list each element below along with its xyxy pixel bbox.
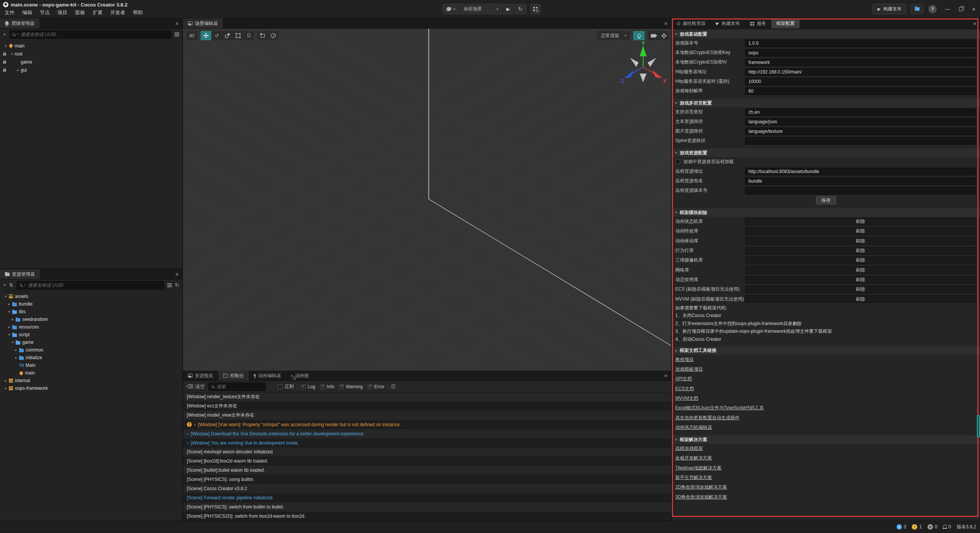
field-input[interactable] (745, 128, 976, 135)
field-input[interactable] (745, 39, 976, 47)
field-input[interactable] (745, 187, 976, 195)
doc-link[interactable]: 新手引导解决方案 (675, 474, 712, 481)
render-mode-select[interactable]: 正常渲染 ▾ (597, 31, 630, 40)
log-row[interactable]: [Scene] [PHYSICS2D]: switch from box2d-w… (183, 512, 671, 521)
axis-gizmo[interactable]: Y X Z (619, 39, 669, 85)
filter-icon[interactable] (167, 283, 172, 284)
menu-item[interactable]: 文件 (1, 8, 18, 17)
field-input[interactable] (745, 49, 976, 57)
doc-link[interactable]: 动画状态机编辑器 (675, 424, 712, 431)
doc-link[interactable]: 战棋游戏框架 (675, 445, 703, 452)
asset-node-bundle[interactable]: ▸bundle (0, 300, 182, 308)
log-row[interactable]: [Scene] meshopt wasm decoder initialized (183, 448, 671, 457)
assets-search-input[interactable] (28, 283, 161, 288)
scrollbar-thumb[interactable] (977, 415, 980, 437)
asset-node-seedrandom[interactable]: ▸seedrandom (0, 316, 182, 323)
restart-button[interactable]: ↻ (514, 4, 526, 14)
hierarchy-search-input[interactable] (21, 32, 168, 37)
refresh-assets-icon[interactable]: ↻ (175, 282, 179, 288)
scale-tool-button[interactable] (222, 31, 233, 40)
section-header-4[interactable]: ▾框架文档工具链接 (672, 347, 980, 355)
tab-build[interactable]: 构建发布 (711, 18, 745, 28)
gizmo-y-cone[interactable] (640, 46, 647, 56)
remove-module-button[interactable]: 剔除 (745, 276, 976, 283)
save-button[interactable]: 保存 (816, 196, 836, 204)
console-search-input[interactable] (216, 384, 276, 389)
sort-assets-icon[interactable]: ⇅ (9, 282, 13, 288)
menu-item[interactable]: 开发者 (106, 8, 129, 17)
chevron-down-icon[interactable]: ▾ (7, 310, 12, 314)
tab-inspector[interactable]: 属性检查器 (672, 18, 711, 28)
doc-link[interactable]: 原生包热更新配置自动生成插件 (675, 415, 740, 421)
gizmo-x-cone[interactable] (652, 70, 662, 78)
remove-module-button[interactable]: 剔除 (745, 227, 976, 235)
log-row[interactable]: [Scene] [PHYSICS]: switch from builtin t… (183, 502, 671, 512)
coordinate-mode-button[interactable] (268, 31, 279, 40)
field-input[interactable] (745, 118, 976, 126)
asset-node-internal[interactable]: ▸internal (0, 377, 182, 384)
chevron-right-icon[interactable]: ▸ (7, 302, 12, 306)
doc-link[interactable]: 游戏模板项目 (675, 366, 703, 373)
field-input[interactable] (745, 168, 976, 175)
asset-node-common[interactable]: ▸common (0, 346, 182, 354)
error-count-badge[interactable]: ×0 (928, 524, 938, 530)
filter-info-checkbox[interactable]: Info (320, 384, 334, 389)
tab-anim-graph[interactable]: 动画图 (286, 371, 314, 381)
log-row[interactable]: [Scene] [PHYSICS]: using builtin. (183, 475, 671, 484)
doc-link[interactable]: 全栈开发解决方案 (675, 455, 712, 461)
notification-badge[interactable]: 0 (943, 524, 951, 530)
lighting-toggle-button[interactable] (633, 31, 645, 40)
log-row[interactable]: [Window] render_texture文件夹存在 (183, 392, 671, 402)
remove-module-button[interactable]: 剔除 (745, 218, 976, 226)
toggle-3d-button[interactable]: 3D (186, 31, 198, 40)
chevron-down-icon[interactable]: ▾ (3, 44, 8, 48)
remove-module-button[interactable]: 剔除 (745, 295, 976, 303)
expand-arrow-icon[interactable]: › (194, 423, 196, 427)
tab-preview[interactable]: 资源预览 (183, 371, 218, 381)
panel-menu-icon[interactable]: ≡ (175, 271, 178, 277)
transform-gizmo-button[interactable]: Ü (243, 31, 254, 40)
field-input[interactable] (745, 68, 976, 76)
info-count-badge[interactable]: i3 (897, 524, 906, 530)
warning-count-badge[interactable]: !1 (912, 524, 922, 530)
chevron-right-icon[interactable]: ▸ (7, 325, 12, 329)
filter-error-checkbox[interactable]: Error (368, 384, 385, 389)
doc-link[interactable]: API文档 (675, 376, 692, 382)
chevron-right-icon[interactable]: ▸ (3, 379, 8, 383)
log-row[interactable]: ›[Window] You are running Vue in develop… (183, 438, 671, 448)
panel-menu-icon[interactable]: ≡ (664, 373, 667, 379)
tab-scene-editor[interactable]: 场景编辑器 (183, 18, 223, 28)
asset-node-assets[interactable]: ▾assets (0, 293, 182, 300)
log-row[interactable]: [Window] ecs文件夹存在 (183, 402, 671, 411)
checkbox-icon[interactable] (675, 159, 680, 164)
expand-arrow-icon[interactable]: › (187, 432, 188, 436)
preview-qr-button[interactable] (530, 4, 541, 14)
field-input[interactable] (745, 108, 976, 116)
menu-item[interactable]: 帮助 (129, 8, 147, 17)
chevron-right-icon[interactable]: ▸ (13, 356, 19, 360)
asset-node-libs[interactable]: ▾libs (0, 308, 182, 316)
clear-console-button[interactable]: ⌫清空 (186, 383, 205, 390)
chevron-right-icon[interactable]: ▸ (3, 386, 8, 390)
panel-menu-icon[interactable]: ≡ (664, 21, 667, 26)
tab-hierarchy[interactable]: 层级管理器 (0, 18, 39, 28)
field-input[interactable] (745, 177, 976, 185)
pivot-mode-button[interactable] (257, 31, 268, 40)
help-button[interactable]: ? (928, 5, 937, 13)
log-row[interactable]: [Window] model_view文件夹存在 (183, 411, 671, 420)
remove-module-button[interactable]: 剔除 (745, 266, 976, 274)
tab-assets[interactable]: 资源管理器 (0, 269, 40, 279)
menu-item[interactable]: 编辑 (18, 8, 36, 17)
collapse-logs-icon[interactable] (392, 384, 395, 389)
maximize-button[interactable] (959, 7, 963, 11)
menu-item[interactable]: 节点 (36, 8, 54, 17)
gizmo-gray-cone[interactable] (630, 58, 639, 67)
log-row[interactable]: ›[Window] Download the Vue Devtools exte… (183, 429, 671, 438)
asset-node-oops-framework[interactable]: ▸oops-framework (0, 384, 182, 392)
section-header-3[interactable]: ▾框架模块剔除 (672, 208, 980, 217)
log-row[interactable]: !›[Window] [Vue warn]: Property "onInput… (183, 420, 671, 429)
doc-link[interactable]: Tiledmap地图解决方案 (675, 465, 722, 471)
chevron-down-icon[interactable]: ▾ (3, 294, 8, 298)
hierarchy-node-gui[interactable]: ▸gui (0, 66, 182, 74)
field-input[interactable] (745, 78, 976, 85)
